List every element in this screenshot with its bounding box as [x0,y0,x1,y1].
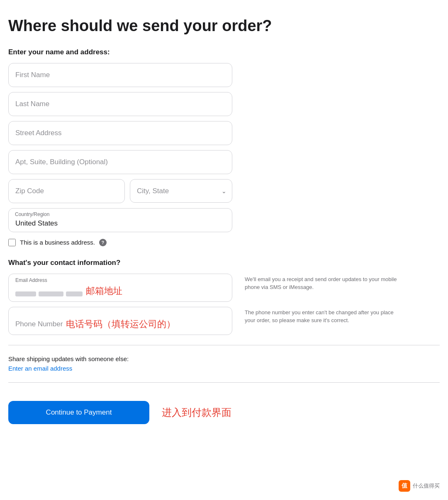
apt-input[interactable] [8,150,232,174]
contact-section-label: What's your contact information? [8,259,440,267]
zip-city-group: City, State ⌄ [8,179,232,203]
blur-block-2 [39,291,63,296]
phone-description: The phone number you enter can't be chan… [245,307,402,325]
share-section: Share shipping updates with someone else… [8,355,440,372]
phone-field-outer: Phone Number 电话号码（填转运公司的） [8,307,232,335]
first-name-group [8,63,232,87]
first-name-input[interactable] [8,63,232,87]
watermark-text: 什么值得买 [413,482,440,490]
phone-placeholder: Phone Number [15,320,63,328]
continue-to-payment-button[interactable]: Continue to Payment [8,401,149,424]
email-annotation: 邮箱地址 [86,285,122,297]
city-state-wrapper: City, State ⌄ [130,179,232,203]
address-section-label: Enter your name and address: [8,48,232,56]
contact-section: What's your contact information? Email A… [8,259,440,335]
phone-annotation: 电话号码（填转运公司的） [66,318,175,330]
country-group: Country/Region [8,208,232,232]
share-label: Share shipping updates with someone else… [8,355,440,362]
email-row: Email Address 邮箱地址 We'll email you a rec… [8,274,440,302]
email-input-wrapper: Email Address 邮箱地址 [8,274,232,302]
blur-block-3 [66,291,83,296]
watermark-icon: 值 [399,480,410,492]
footer-annotation: 进入到付款界面 [162,406,231,419]
country-label: Country/Region [15,211,49,217]
last-name-input[interactable] [8,92,232,116]
phone-field-value[interactable]: Phone Number 电话号码（填转运公司的） [9,307,232,335]
email-description: We'll email you a receipt and send order… [245,274,402,291]
business-checkbox[interactable] [8,239,16,246]
share-email-link[interactable]: Enter an email address [8,365,72,372]
footer-section: Continue to Payment 进入到付款界面 [8,393,440,432]
blur-block-1 [15,291,36,296]
divider-1 [8,345,440,345]
street-address-input[interactable] [8,121,232,145]
address-section: Enter your name and address: City, State… [8,48,232,246]
last-name-group [8,92,232,116]
help-icon[interactable]: ? [99,239,107,246]
watermark: 值 什么值得买 [399,480,440,492]
city-state-select[interactable]: City, State [130,179,232,203]
street-address-group [8,121,232,145]
email-field-label: Email Address [15,277,47,283]
business-checkbox-row: This is a business address. ? [8,239,232,246]
phone-input-wrapper: Phone Number 电话号码（填转运公司的） [8,307,232,335]
business-checkbox-label: This is a business address. [20,239,95,246]
page-title: Where should we send your order? [8,17,440,36]
email-field-outer: Email Address 邮箱地址 [8,274,232,302]
zip-code-input[interactable] [8,179,125,203]
email-blurred-content [15,291,83,296]
phone-row: Phone Number 电话号码（填转运公司的） The phone numb… [8,307,440,335]
apt-group [8,150,232,174]
divider-2 [8,382,440,383]
